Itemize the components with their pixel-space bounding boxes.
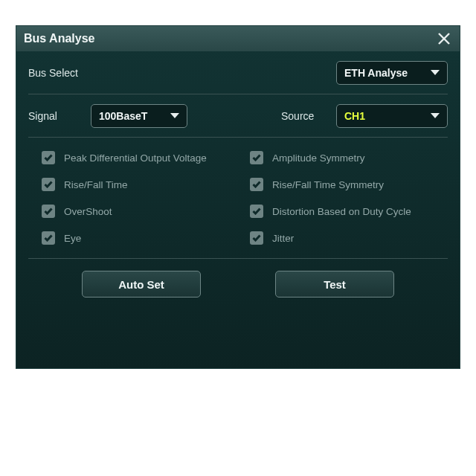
bus-select-dropdown[interactable]: ETH Analyse — [336, 61, 448, 85]
check-eye[interactable]: Eye — [42, 231, 235, 245]
check-label: Rise/Fall Time Symmetry — [272, 179, 384, 190]
chevron-down-icon — [170, 113, 179, 118]
bus-select-label: Bus Select — [28, 67, 78, 79]
checkbox-icon — [250, 151, 263, 164]
check-label: Rise/Fall Time — [64, 179, 128, 190]
signal-dropdown[interactable]: 100BaseT — [91, 104, 187, 128]
chevron-down-icon — [431, 113, 440, 118]
check-peak-differential[interactable]: Peak Differential Output Voltage — [42, 151, 235, 164]
bus-select-row: Bus Select ETH Analyse — [28, 51, 448, 94]
bus-analyse-dialog: Bus Analyse Bus Select ETH Analyse Signa… — [16, 25, 460, 369]
close-icon — [437, 32, 451, 45]
check-label: Eye — [64, 233, 81, 244]
dialog-content: Bus Select ETH Analyse Signal 100BaseT S… — [16, 51, 460, 312]
checkbox-icon — [250, 178, 263, 191]
check-label: Distortion Based on Duty Cycle — [272, 206, 411, 217]
checkbox-icon — [42, 205, 55, 218]
checkbox-icon — [250, 205, 263, 218]
dialog-title: Bus Analyse — [24, 32, 94, 45]
check-distortion-duty-cycle[interactable]: Distortion Based on Duty Cycle — [250, 205, 443, 218]
source-dropdown[interactable]: CH1 — [336, 104, 448, 128]
signal-label: Signal — [28, 110, 80, 122]
chevron-down-icon — [431, 70, 440, 75]
checkbox-icon — [42, 231, 55, 245]
check-label: Amplitude Symmetry — [272, 152, 365, 164]
check-label: OverShoot — [64, 206, 112, 217]
check-amplitude-symmetry[interactable]: Amplitude Symmetry — [250, 151, 443, 164]
signal-value: 100BaseT — [99, 110, 147, 122]
button-row: Auto Set Test — [28, 259, 448, 302]
auto-set-button[interactable]: Auto Set — [82, 271, 201, 298]
check-overshoot[interactable]: OverShoot — [42, 205, 235, 218]
check-label: Jitter — [272, 233, 294, 244]
checkbox-icon — [250, 231, 263, 245]
button-label: Test — [324, 278, 346, 291]
check-rise-fall-time[interactable]: Rise/Fall Time — [42, 178, 235, 191]
bus-select-value: ETH Analyse — [344, 67, 408, 79]
titlebar: Bus Analyse — [16, 26, 460, 51]
test-button[interactable]: Test — [275, 271, 394, 298]
source-value: CH1 — [344, 110, 365, 122]
button-label: Auto Set — [118, 278, 164, 291]
checkbox-icon — [42, 151, 55, 164]
checkbox-icon — [42, 178, 55, 191]
source-label: Source — [281, 110, 326, 122]
close-button[interactable] — [434, 29, 454, 48]
checkbox-grid: Peak Differential Output Voltage Amplitu… — [28, 138, 448, 259]
check-label: Peak Differential Output Voltage — [64, 152, 207, 164]
check-rise-fall-symmetry[interactable]: Rise/Fall Time Symmetry — [250, 178, 443, 191]
signal-source-row: Signal 100BaseT Source CH1 — [28, 94, 448, 138]
check-jitter[interactable]: Jitter — [250, 231, 443, 245]
